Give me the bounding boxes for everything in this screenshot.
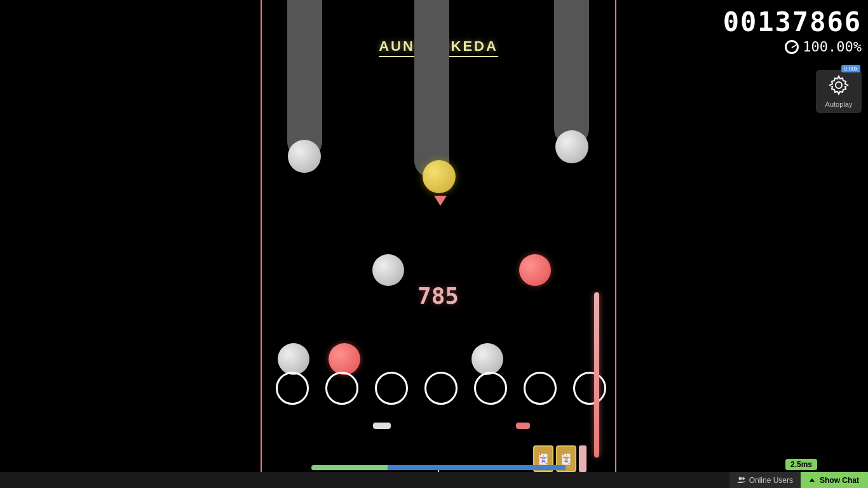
card-strip [579,445,587,472]
player-cursor [434,196,447,206]
svg-point-0 [836,82,842,88]
column-3 [554,0,589,146]
circle-4 [424,372,458,405]
svg-point-1 [738,477,742,480]
circle-7 [573,372,606,405]
settings-panel[interactable]: 0.00x Autoplay [816,70,862,113]
circle-3 [375,372,408,405]
pill-white [373,423,391,429]
settings-badge: 0.00x [841,65,860,72]
circle-6 [524,372,557,405]
player-ball [423,160,456,193]
circle-2 [325,372,358,405]
score-number: 00137866 [723,6,862,37]
ball-white-mid [372,254,404,286]
circle-1 [276,372,309,405]
vertical-bar [594,292,599,458]
svg-point-2 [742,477,745,480]
autoplay-label: Autoplay [821,100,857,108]
show-chat-label: Show Chat [820,476,859,485]
progress-bar [311,465,566,470]
combo-display: 785 [417,283,459,309]
ball-pink-lower [329,343,360,375]
progress-blue [388,465,566,470]
pill-pink [516,423,530,429]
game-area: AUNRANKEDA 785 🃏 🃏 [261,0,616,488]
latency-badge: 2.5ms [785,459,817,470]
column-1 [287,0,322,159]
score-display: 00137866 100.00% [723,6,862,55]
accuracy-row: 100.00% [723,39,862,55]
online-users-button[interactable]: Online Users [729,472,801,488]
gear-icon [829,75,849,95]
chevron-up-icon [810,478,815,482]
ball-pink-mid [519,254,551,286]
timer-icon [785,40,799,54]
people-icon [737,476,746,485]
online-users-label: Online Users [749,476,793,485]
bottom-bar: Online Users Show Chat [0,472,868,488]
accuracy-text: 100.00% [803,39,862,55]
ball-white-2 [555,130,588,163]
circle-5 [474,372,507,405]
progress-green [311,465,388,470]
ball-white-1 [288,140,321,173]
column-2 [414,0,449,178]
ball-white-lower-2 [471,343,503,375]
ball-white-lower-1 [278,343,309,375]
show-chat-button[interactable]: Show Chat [801,472,868,488]
